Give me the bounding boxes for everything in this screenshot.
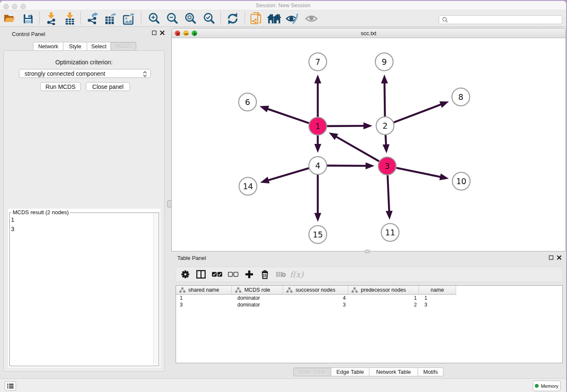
app-window: Session: New Session xyxy=(0,1,566,392)
edge-3-10[interactable] xyxy=(396,168,442,177)
result-scrollbar[interactable] xyxy=(153,213,159,365)
save-session-icon[interactable] xyxy=(21,12,35,25)
open-session-icon[interactable] xyxy=(2,12,17,25)
search-input[interactable] xyxy=(450,16,562,23)
memory-label: Memory xyxy=(541,384,559,389)
export-image-icon[interactable] xyxy=(122,12,136,25)
tab-network-table[interactable]: Network Table xyxy=(369,367,418,376)
edge-4-3[interactable] xyxy=(327,166,367,166)
control-panel: Control Panel NetworkStyleSelectMCDS Opt… xyxy=(0,27,168,378)
edge-1-6[interactable] xyxy=(266,108,309,123)
add-column-icon[interactable] xyxy=(245,270,253,279)
node-label-4: 4 xyxy=(315,161,320,170)
export-network-icon[interactable] xyxy=(85,12,100,25)
toolbar-separator xyxy=(141,12,141,25)
optimization-criterion-select[interactable]: strongly connected component xyxy=(19,69,151,78)
column-header-name[interactable]: name xyxy=(419,286,456,295)
cell-successor-nodes: 3 xyxy=(283,301,348,308)
run-mcds-button[interactable]: Run MCDS xyxy=(40,82,81,91)
network-window-titlebar: scc.txt xyxy=(172,28,565,38)
table-panel-tabs: Node TableEdge TableNetwork TableMotifs xyxy=(293,367,443,376)
gear-icon[interactable] xyxy=(182,271,190,279)
toolbar-separator xyxy=(80,12,81,25)
first-neighbors-icon[interactable] xyxy=(267,12,281,25)
window-title: Session: New Session xyxy=(0,2,566,8)
zoom-in-icon[interactable] xyxy=(147,12,161,25)
node-label-9: 9 xyxy=(382,57,387,66)
search-field[interactable] xyxy=(439,15,562,24)
status-bar: Memory xyxy=(0,378,566,392)
mcds-result-lines: 13 xyxy=(11,215,14,234)
tab-node-table[interactable]: Node Table xyxy=(293,367,331,376)
edge-3-11[interactable] xyxy=(388,175,389,213)
column-header-MCDS-role[interactable]: MCDS role xyxy=(232,286,283,295)
node-table: shared nameMCDS rolesuccessor nodesprede… xyxy=(176,285,563,363)
table-panel: Table Panel xyxy=(171,254,566,378)
import-table-icon[interactable] xyxy=(63,12,77,25)
cell-name: 1 xyxy=(419,295,456,301)
close-table-panel-icon[interactable] xyxy=(557,255,561,260)
float-table-panel-icon[interactable] xyxy=(549,255,553,260)
zoom-out-icon[interactable] xyxy=(165,12,179,25)
cell-successor-nodes: 4 xyxy=(283,295,348,301)
cell-shared-name: 1 xyxy=(176,295,232,301)
hide-selected-icon[interactable] xyxy=(285,12,300,25)
task-history-button[interactable] xyxy=(5,381,16,391)
edge-2-9[interactable] xyxy=(385,82,385,116)
tab-select[interactable]: Select xyxy=(87,42,111,51)
select-all-icon[interactable] xyxy=(212,272,223,277)
tab-network[interactable]: Network xyxy=(33,42,63,51)
delete-column-icon[interactable] xyxy=(261,270,269,279)
refresh-icon[interactable] xyxy=(226,12,240,25)
tab-edge-table[interactable]: Edge Table xyxy=(331,367,369,376)
table-row[interactable]: 1dominator411 xyxy=(176,295,562,301)
edge-arrow-1-6 xyxy=(259,106,269,113)
control-panel-tabs: NetworkStyleSelectMCDS xyxy=(33,42,136,51)
split-pane-icon[interactable] xyxy=(196,270,206,279)
edge-arrow-4-15 xyxy=(314,213,321,222)
edge-2-8[interactable] xyxy=(394,104,442,122)
close-panel-button[interactable]: Close panel xyxy=(86,82,130,91)
show-all-icon[interactable] xyxy=(304,12,319,25)
node-label-6: 6 xyxy=(245,97,250,107)
import-network-icon[interactable] xyxy=(44,12,58,25)
memory-button[interactable]: Memory xyxy=(533,381,561,391)
tab-motifs[interactable]: Motifs xyxy=(418,367,443,376)
new-session-from-network-icon[interactable] xyxy=(249,12,263,25)
optimization-criterion-label: Optimization criterion: xyxy=(4,59,164,66)
close-panel-icon[interactable] xyxy=(160,30,165,35)
delete-table-icon[interactable] xyxy=(276,271,286,278)
node-label-7: 7 xyxy=(315,57,320,66)
tab-style[interactable]: Style xyxy=(63,42,87,51)
table-row[interactable]: 3dominator323 xyxy=(176,301,562,308)
node-label-8: 8 xyxy=(458,92,463,102)
function-builder-icon[interactable]: f(x) xyxy=(290,270,304,279)
select-chevrons-icon xyxy=(143,71,147,77)
main-toolbar xyxy=(0,10,566,27)
edge-arrow-2-8 xyxy=(439,101,449,108)
float-panel-icon[interactable] xyxy=(152,30,157,35)
attribute-icon xyxy=(352,287,358,293)
edge-1-2[interactable] xyxy=(327,126,365,126)
edge-arrow-1-7 xyxy=(314,75,321,83)
tab-mcds[interactable]: MCDS xyxy=(111,42,136,51)
edge-arrow-3-10 xyxy=(439,174,449,180)
vertical-splitter-handle[interactable] xyxy=(167,200,172,207)
edge-3-1[interactable] xyxy=(335,136,379,161)
zoom-fit-icon[interactable] xyxy=(183,12,198,25)
memory-status-dot xyxy=(535,384,539,388)
column-header-predecessor-nodes[interactable]: predecessor nodes xyxy=(348,286,419,295)
horizontal-splitter-handle[interactable] xyxy=(365,250,370,253)
toolbar-separator xyxy=(220,12,221,25)
export-table-icon[interactable] xyxy=(104,12,118,25)
table-panel-title: Table Panel xyxy=(177,255,206,261)
zoom-selected-icon[interactable] xyxy=(202,12,216,25)
toolbar-separator xyxy=(245,12,245,25)
cell-shared-name: 3 xyxy=(176,301,232,308)
edge-4-14[interactable] xyxy=(267,168,309,180)
column-header-shared-name[interactable]: shared name xyxy=(176,286,232,295)
network-canvas[interactable]: 1234678910111415 xyxy=(172,38,565,251)
deselect-all-icon[interactable] xyxy=(228,272,239,277)
column-header-successor-nodes[interactable]: successor nodes xyxy=(283,286,348,295)
mcds-panel: Optimization criterion: strongly connect… xyxy=(3,50,165,372)
